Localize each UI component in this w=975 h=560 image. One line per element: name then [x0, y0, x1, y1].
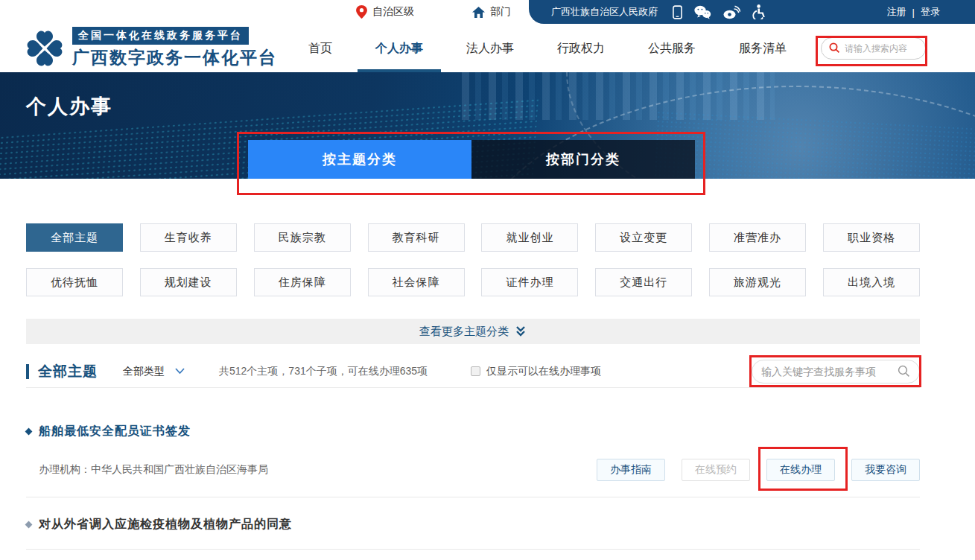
online-booking-button[interactable]: 在线预约	[682, 459, 750, 481]
main-content: 全部主题 生育收养 民族宗教 教育科研 就业创业 设立变更 准营准办 职业资格 …	[26, 223, 920, 550]
region-label: 自治区级	[372, 5, 414, 19]
topbar-right-panel: 广西壮族自治区人民政府 注册 | 登录	[529, 0, 975, 24]
topic-exit-entry[interactable]: 出境入境	[823, 268, 920, 296]
region-selector[interactable]: 自治区级	[356, 5, 414, 19]
topic-establish-change[interactable]: 设立变更	[595, 223, 692, 252]
diamond-bullet-icon	[25, 521, 33, 529]
divider	[26, 549, 920, 550]
section-title: 全部主题	[38, 362, 98, 381]
list-item-meta-row: 办理机构：中华人民共和国广西壮族自治区海事局 办事指南 在线预约 在线办理 我要…	[26, 459, 920, 481]
department-selector[interactable]: 部门	[472, 5, 511, 19]
main-nav: 首页 个人办事 法人办事 行政权力 公共服务 服务清单	[308, 24, 787, 72]
diamond-bullet-icon	[25, 428, 33, 436]
list-item-title-row: 对从外省调入应施检疫植物及植物产品的同意	[26, 517, 920, 532]
online-only-checkbox[interactable]	[471, 366, 480, 376]
online-only-label: 仅显示可以在线办理事项	[486, 365, 601, 378]
stats-text: 共512个主项，731个子项，可在线办理635项	[219, 365, 428, 378]
topbar-icons	[673, 4, 765, 19]
nav-item-public-service[interactable]: 公共服务	[648, 24, 696, 72]
double-chevron-down-icon	[515, 325, 527, 337]
keyword-search-input[interactable]	[761, 366, 898, 378]
top-utility-bar: 自治区级 部门 广西壮族自治区人民政府	[0, 0, 975, 24]
topic-all[interactable]: 全部主题	[26, 223, 123, 252]
topic-tourism[interactable]: 旅游观光	[709, 268, 806, 296]
divider	[26, 497, 920, 497]
list-item-title-row: 船舶最低安全配员证书签发	[26, 424, 920, 439]
department-label: 部门	[490, 5, 511, 19]
clover-logo-icon	[25, 28, 65, 69]
chevron-down-icon	[175, 368, 185, 375]
keyword-search-box[interactable]	[752, 360, 920, 384]
nav-item-service-list[interactable]: 服务清单	[739, 24, 787, 72]
logo-text: 全国一体化在线政务服务平台 广西数字政务一体化平台	[72, 27, 277, 69]
online-handle-button[interactable]: 在线办理	[766, 459, 835, 481]
logo-line2: 广西数字政务一体化平台	[72, 46, 277, 69]
topic-row-1: 全部主题 生育收养 民族宗教 教育科研 就业创业 设立变更 准营准办 职业资格	[26, 223, 920, 252]
register-link[interactable]: 注册	[887, 5, 906, 19]
gov-site-link[interactable]: 广西壮族自治区人民政府	[551, 5, 658, 19]
login-link[interactable]: 登录	[921, 5, 940, 19]
topic-birth-adoption[interactable]: 生育收养	[140, 223, 237, 252]
topic-row-2: 优待抚恤 规划建设 住房保障 社会保障 证件办理 交通出行 旅游观光 出境入境	[26, 268, 920, 296]
site-logo[interactable]: 全国一体化在线政务服务平台 广西数字政务一体化平台	[25, 27, 277, 69]
page: 自治区级 部门 广西壮族自治区人民政府	[0, 0, 975, 560]
topic-planning-construction[interactable]: 规划建设	[140, 268, 237, 296]
nav-item-admin-power[interactable]: 行政权力	[557, 24, 605, 72]
topic-ethnic-religion[interactable]: 民族宗教	[254, 223, 351, 252]
search-icon[interactable]	[898, 365, 910, 378]
location-pin-icon	[356, 5, 367, 19]
page-title: 个人办事	[26, 93, 112, 120]
topic-social-security[interactable]: 社会保障	[368, 268, 465, 296]
accessibility-icon[interactable]	[752, 4, 765, 19]
auth-separator: |	[912, 7, 915, 18]
nav-item-legal[interactable]: 法人办事	[466, 24, 514, 72]
service-item-title[interactable]: 对从外省调入应施检疫植物及植物产品的同意	[39, 517, 292, 532]
topic-certificates[interactable]: 证件办理	[481, 268, 578, 296]
type-dropdown[interactable]: 全部类型	[123, 365, 185, 378]
home-icon	[472, 7, 485, 18]
nav-item-personal[interactable]: 个人办事	[375, 24, 423, 72]
site-search-box[interactable]	[821, 37, 926, 60]
service-item-title[interactable]: 船舶最低安全配员证书签发	[39, 424, 191, 439]
more-topics-label: 查看更多主题分类	[419, 325, 509, 339]
logo-line1: 全国一体化在线政务服务平台	[72, 27, 249, 45]
tab-by-topic[interactable]: 按主题分类	[248, 140, 471, 179]
search-icon	[829, 42, 840, 54]
mobile-icon[interactable]	[673, 5, 682, 19]
topic-transportation[interactable]: 交通出行	[595, 268, 692, 296]
service-agency: 办理机构：中华人民共和国广西壮族自治区海事局	[39, 463, 268, 477]
hero-banner: 个人办事 按主题分类 按部门分类	[0, 72, 975, 179]
topic-license[interactable]: 准营准办	[709, 223, 806, 252]
online-only-filter: 仅显示可以在线办理事项	[471, 365, 601, 378]
more-topics-button[interactable]: 查看更多主题分类	[26, 319, 920, 344]
topic-preferential-care[interactable]: 优待抚恤	[26, 268, 123, 296]
topic-qualification[interactable]: 职业资格	[823, 223, 920, 252]
topbar-left: 自治区级 部门	[356, 0, 511, 24]
tab-by-department[interactable]: 按部门分类	[471, 140, 695, 179]
wechat-icon[interactable]	[694, 5, 711, 19]
guide-button[interactable]: 办事指南	[597, 459, 665, 481]
section-accent-bar	[26, 364, 29, 379]
filter-bar: 全部主题 全部类型 共512个主项，731个子项，可在线办理635项 仅显示可以…	[26, 355, 920, 388]
auth-links: 注册 | 登录	[887, 5, 940, 19]
topic-housing[interactable]: 住房保障	[254, 268, 351, 296]
service-action-buttons: 办事指南 在线预约 在线办理 我要咨询	[597, 459, 920, 481]
service-list: 船舶最低安全配员证书签发 办理机构：中华人民共和国广西壮族自治区海事局 办事指南…	[26, 424, 920, 550]
topic-employment[interactable]: 就业创业	[481, 223, 578, 252]
classification-tabs: 按主题分类 按部门分类	[248, 140, 695, 179]
topic-education-research[interactable]: 教育科研	[368, 223, 465, 252]
consult-button[interactable]: 我要咨询	[851, 459, 920, 481]
site-header: 全国一体化在线政务服务平台 广西数字政务一体化平台 首页 个人办事 法人办事 行…	[0, 24, 975, 72]
weibo-icon[interactable]	[723, 5, 740, 19]
site-search-input[interactable]	[845, 43, 919, 54]
nav-item-home[interactable]: 首页	[308, 24, 332, 72]
type-dropdown-value: 全部类型	[123, 365, 165, 378]
